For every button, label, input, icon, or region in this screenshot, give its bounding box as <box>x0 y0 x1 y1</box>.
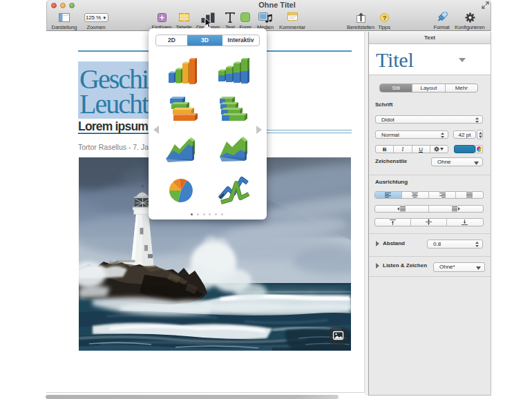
svg-text:?: ? <box>382 13 386 21</box>
